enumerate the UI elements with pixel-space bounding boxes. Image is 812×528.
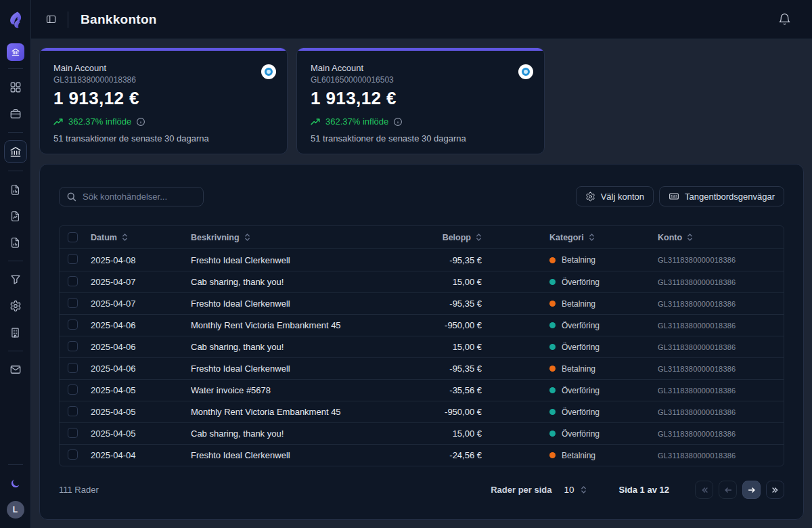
table-row[interactable]: 2025-04-04 Freshto Ideal Clerkenwell -24… [60, 444, 784, 466]
theme-toggle[interactable] [5, 472, 26, 494]
file-trend-icon [9, 211, 21, 222]
sidebar: L [0, 0, 31, 528]
select-all-checkbox[interactable] [68, 232, 78, 242]
rows-total: 111 Rader [59, 485, 99, 495]
bank-icon [9, 146, 22, 158]
cell-category: Betalning [482, 255, 658, 265]
sidebar-item-filter[interactable] [5, 269, 26, 290]
cell-account: GL3118380000018386 [658, 387, 773, 395]
rows-per-page-value: 10 [564, 485, 574, 495]
cell-description: Freshto Ideal Clerkenwell [191, 299, 414, 309]
cell-amount: 15,00 € [414, 428, 482, 439]
previous-page-button[interactable] [719, 481, 737, 499]
page-status: Sida 1 av 12 [619, 485, 669, 495]
trend-label: 362.37% inflöde [68, 116, 131, 127]
sidebar-item-dashboard[interactable] [5, 76, 26, 98]
sidebar-toggle-button[interactable] [41, 9, 61, 30]
row-checkbox[interactable] [68, 384, 78, 395]
table-row[interactable]: 2025-04-07 Freshto Ideal Clerkenwell -95… [60, 292, 784, 314]
row-checkbox[interactable] [68, 298, 78, 308]
col-belopp: Belopp [443, 233, 471, 242]
row-checkbox[interactable] [68, 449, 78, 460]
keyboard-icon [669, 191, 679, 202]
row-checkbox[interactable] [68, 363, 78, 373]
category-dot-icon [549, 344, 556, 350]
workspace-bank-icon [11, 47, 20, 57]
sort-kategori-icon[interactable] [589, 233, 595, 242]
search-icon [66, 192, 76, 202]
sidebar-item-bank-accounts-active[interactable] [4, 140, 27, 163]
category-label: Överföring [562, 386, 600, 395]
sidebar-item-report-bars[interactable] [5, 232, 26, 253]
filter-icon [9, 273, 22, 286]
keyboard-shortcuts-button[interactable]: Tangentbordsgenvägar [659, 186, 784, 206]
cell-category: Betalning [482, 451, 658, 460]
row-checkbox[interactable] [68, 428, 78, 438]
sidebar-item-briefcase[interactable] [5, 103, 26, 125]
sort-konto-icon[interactable] [687, 233, 693, 242]
rows-per-page-label: Rader per sida [491, 485, 551, 495]
table-row[interactable]: 2025-04-06 Monthly Rent Victoria Embankm… [60, 314, 784, 336]
user-avatar[interactable]: L [7, 501, 24, 519]
file-bars-icon [9, 237, 21, 248]
table-row[interactable]: 2025-04-08 Freshto Ideal Clerkenwell -95… [60, 249, 784, 271]
sidebar-divider [8, 464, 23, 465]
transactions-note: 51 transaktioner de senaste 30 dagarna [311, 133, 531, 144]
row-checkbox[interactable] [68, 276, 78, 286]
info-icon[interactable] [136, 117, 145, 127]
col-beskrivning: Beskrivning [191, 233, 240, 242]
sort-datum-icon[interactable] [122, 233, 128, 242]
row-checkbox[interactable] [68, 254, 78, 264]
sidebar-item-report-trend[interactable] [5, 205, 26, 227]
sidebar-item-report-chart[interactable] [5, 179, 26, 200]
notifications-button[interactable] [774, 9, 794, 30]
topbar: Bankkonton [31, 0, 812, 39]
row-checkbox[interactable] [68, 341, 78, 351]
account-card[interactable]: Main Account GL6016500000016503 1 913,12… [296, 47, 545, 154]
bank-badge [261, 64, 276, 79]
table-row[interactable]: 2025-04-06 Freshto Ideal Clerkenwell -95… [60, 357, 784, 379]
topbar-divider [68, 12, 68, 28]
row-checkbox[interactable] [68, 406, 78, 416]
cell-description: Freshto Ideal Clerkenwell [191, 450, 414, 460]
sidebar-item-company[interactable] [5, 322, 26, 343]
row-checkbox[interactable] [68, 320, 78, 330]
select-accounts-button[interactable]: Välj konton [576, 186, 654, 206]
search-input[interactable] [83, 192, 196, 202]
cell-description: Freshto Ideal Clerkenwell [191, 364, 414, 374]
cell-description: Cab sharing, thank you! [191, 277, 414, 287]
cell-account: GL3118380000018386 [658, 300, 773, 308]
building-icon [9, 327, 21, 338]
cell-date: 2025-04-06 [91, 364, 191, 374]
table-row[interactable]: 2025-04-05 Water invoice #5678 -35,56 € … [60, 379, 784, 401]
next-page-button[interactable] [742, 481, 761, 499]
grid-icon [9, 81, 22, 93]
rows-per-page-select[interactable]: 10 [564, 485, 587, 495]
sort-beskrivning-icon[interactable] [244, 233, 250, 242]
workspace-switcher[interactable] [7, 43, 24, 61]
col-konto: Konto [658, 233, 682, 242]
search-box[interactable] [59, 187, 204, 206]
bank-badge [518, 64, 533, 79]
bank-badge-dot [265, 68, 273, 76]
info-icon[interactable] [393, 117, 403, 127]
table-row[interactable]: 2025-04-05 Monthly Rent Victoria Embankm… [60, 401, 784, 422]
first-page-button[interactable] [695, 481, 713, 499]
sidebar-item-settings[interactable] [5, 295, 26, 317]
cell-date: 2025-04-05 [91, 407, 191, 417]
table-row[interactable]: 2025-04-07 Cab sharing, thank you! 15,00… [60, 271, 784, 292]
cell-date: 2025-04-05 [91, 385, 191, 395]
cell-date: 2025-04-07 [91, 277, 191, 287]
account-balance: 1 913,12 € [311, 88, 531, 109]
trend-up-icon [311, 118, 321, 125]
account-card[interactable]: Main Account GL3118380000018386 1 913,12… [39, 47, 288, 154]
table-row[interactable]: 2025-04-06 Cab sharing, thank you! 15,00… [60, 336, 784, 357]
table-row[interactable]: 2025-04-05 Cab sharing, thank you! 15,00… [60, 422, 784, 444]
app-logo[interactable] [0, 0, 31, 39]
sidebar-item-inbox[interactable] [5, 359, 26, 380]
sidebar-divider [8, 261, 23, 261]
col-datum: Datum [91, 233, 117, 242]
cell-account: GL3118380000018386 [658, 408, 773, 416]
last-page-button[interactable] [766, 481, 784, 499]
sort-belopp-icon[interactable] [476, 233, 482, 242]
